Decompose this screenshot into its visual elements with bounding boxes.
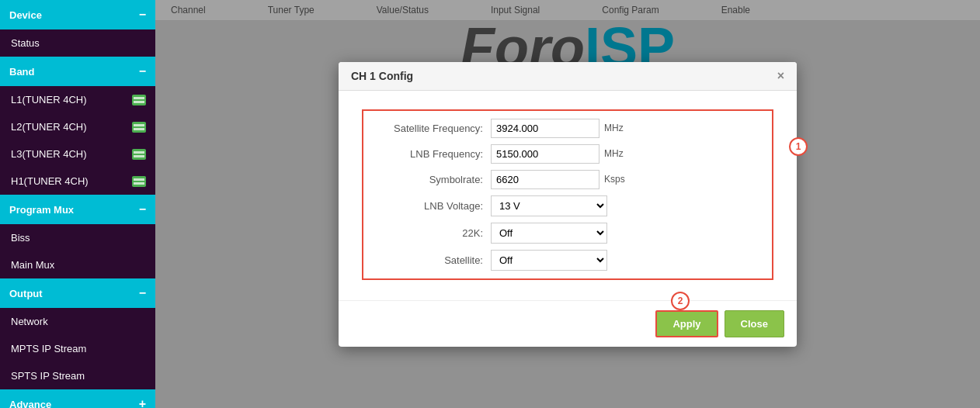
sidebar-item-l1[interactable]: L1(TUNER 4CH): [0, 86, 155, 113]
sidebar-label-advance: Advance: [9, 399, 51, 409]
modal-overlay: CH 1 Config × 1 Satellite Frequency: MHz: [155, 0, 980, 408]
modal-footer: 2 Apply Close: [339, 300, 797, 347]
sidebar-item-biss[interactable]: Biss: [0, 224, 155, 251]
h1-grid-icon: [132, 176, 146, 187]
satellite-frequency-label: Satellite Frequency:: [374, 123, 491, 134]
output-minus-icon: −: [139, 286, 146, 300]
symbolrate-group: Symbolrate: Ksps: [374, 170, 761, 189]
satellite-frequency-input[interactable]: [491, 119, 599, 138]
modal-title: CH 1 Config: [351, 70, 413, 82]
sidebar-item-device[interactable]: Device −: [0, 0, 155, 29]
sidebar-item-network[interactable]: Network: [0, 308, 155, 335]
sidebar-item-h1[interactable]: H1(TUNER 4CH): [0, 168, 155, 195]
satellite-frequency-unit: MHz: [604, 123, 631, 133]
modal-dialog: CH 1 Config × 1 Satellite Frequency: MHz: [339, 62, 797, 347]
satellite-label: Satellite:: [374, 254, 491, 266]
sidebar-item-main-mux[interactable]: Main Mux: [0, 251, 155, 278]
sidebar-item-output[interactable]: Output −: [0, 278, 155, 308]
sidebar-item-mpts-ip[interactable]: MPTS IP Stream: [0, 335, 155, 362]
l1-grid-icon: [132, 95, 146, 105]
sidebar: Device − Status Band − L1(TUNER 4CH) L2(…: [0, 0, 155, 408]
symbolrate-input[interactable]: [491, 170, 599, 189]
modal-header: CH 1 Config ×: [339, 62, 797, 91]
satellite-select[interactable]: Off On: [491, 250, 607, 271]
sidebar-label-main-mux: Main Mux: [11, 259, 54, 271]
sidebar-item-advance[interactable]: Advance +: [0, 389, 155, 408]
sidebar-item-spts-ip[interactable]: SPTS IP Stream: [0, 362, 155, 389]
tone-22k-group: 22K: Off On: [374, 223, 761, 244]
modal-close-button[interactable]: ×: [777, 70, 784, 82]
lnb-frequency-group: LNB Frequency: MHz: [374, 144, 761, 164]
l2-grid-icon: [132, 122, 146, 133]
sidebar-item-program-mux[interactable]: Program Mux −: [0, 195, 155, 224]
sidebar-label-mpts-ip: MPTS IP Stream: [11, 343, 86, 354]
band-minus-icon: −: [139, 64, 146, 78]
symbolrate-unit: Ksps: [604, 174, 631, 185]
annotation-circle-2: 2: [671, 292, 690, 310]
sidebar-item-l3[interactable]: L3(TUNER 4CH): [0, 140, 155, 168]
sidebar-label-band: Band: [9, 66, 35, 78]
lnb-frequency-input[interactable]: [491, 144, 599, 164]
sidebar-item-l2[interactable]: L2(TUNER 4CH): [0, 113, 155, 140]
sidebar-label-spts-ip: SPTS IP Stream: [11, 370, 85, 382]
main-content: Channel Tuner Type Value/Status Input Si…: [155, 0, 980, 408]
l3-grid-icon: [132, 149, 146, 160]
lnb-voltage-group: LNB Voltage: 13 V 18 V Off: [374, 195, 761, 216]
satellite-frequency-group: Satellite Frequency: MHz: [374, 119, 761, 138]
tone-22k-label: 22K:: [374, 227, 491, 239]
sidebar-label-status: Status: [11, 37, 40, 49]
sidebar-label-output: Output: [9, 288, 43, 299]
sidebar-item-status[interactable]: Status: [0, 29, 155, 57]
sidebar-label-l1: L1(TUNER 4CH): [11, 94, 87, 105]
close-button[interactable]: Close: [725, 310, 784, 337]
modal-body: 1 Satellite Frequency: MHz LNB Frequency…: [339, 91, 797, 300]
sidebar-item-band[interactable]: Band −: [0, 57, 155, 86]
symbolrate-label: Symbolrate:: [374, 174, 491, 185]
apply-button[interactable]: Apply: [655, 310, 718, 337]
sidebar-label-l2: L2(TUNER 4CH): [11, 121, 87, 133]
program-mux-minus-icon: −: [139, 202, 146, 216]
sidebar-label-device: Device: [9, 9, 42, 21]
lnb-frequency-label: LNB Frequency:: [374, 148, 491, 160]
annotation-circle-1: 1: [789, 137, 808, 156]
lnb-voltage-label: LNB Voltage:: [374, 200, 491, 212]
sidebar-label-network: Network: [11, 316, 48, 327]
tone-22k-select[interactable]: Off On: [491, 223, 607, 244]
form-fields-box: Satellite Frequency: MHz LNB Frequency: …: [362, 109, 773, 280]
device-minus-icon: −: [139, 8, 146, 22]
sidebar-label-l3: L3(TUNER 4CH): [11, 148, 87, 160]
sidebar-label-h1: H1(TUNER 4CH): [11, 175, 89, 187]
satellite-group: Satellite: Off On: [374, 250, 761, 271]
lnb-voltage-select[interactable]: 13 V 18 V Off: [491, 195, 607, 216]
lnb-frequency-unit: MHz: [604, 148, 631, 159]
advance-plus-icon: +: [139, 397, 146, 408]
sidebar-label-program-mux: Program Mux: [9, 204, 74, 216]
sidebar-label-biss: Biss: [11, 232, 30, 244]
